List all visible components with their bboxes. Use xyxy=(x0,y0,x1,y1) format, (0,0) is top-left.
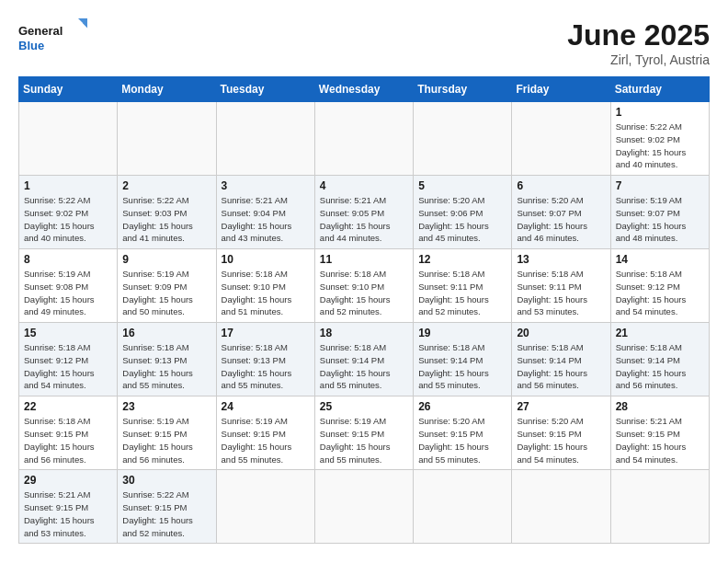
calendar-cell: 12Sunrise: 5:18 AMSunset: 9:11 PMDayligh… xyxy=(414,249,512,323)
location: Zirl, Tyrol, Austria xyxy=(567,52,710,67)
day-of-week-thursday: Thursday xyxy=(414,77,512,102)
calendar-cell: 28Sunrise: 5:21 AMSunset: 9:15 PMDayligh… xyxy=(610,396,709,470)
day-info: Sunrise: 5:22 AMSunset: 9:02 PMDaylight:… xyxy=(24,194,112,245)
calendar-cell: 23Sunrise: 5:19 AMSunset: 9:15 PMDayligh… xyxy=(118,396,216,470)
calendar-cell xyxy=(314,102,413,176)
calendar-cell xyxy=(216,470,314,544)
calendar-week-2: 1Sunrise: 5:22 AMSunset: 9:02 PMDaylight… xyxy=(19,176,710,249)
title-area: June 2025 Zirl, Tyrol, Austria xyxy=(567,18,710,67)
calendar-week-3: 8Sunrise: 5:19 AMSunset: 9:08 PMDaylight… xyxy=(19,249,710,323)
day-info: Sunrise: 5:19 AMSunset: 9:15 PMDaylight:… xyxy=(222,415,310,465)
calendar-week-1: 1Sunrise: 5:22 AMSunset: 9:02 PMDaylight… xyxy=(19,102,710,176)
day-info: Sunrise: 5:18 AMSunset: 9:13 PMDaylight:… xyxy=(122,341,210,392)
day-number: 2 xyxy=(122,179,210,192)
calendar-cell: 29Sunrise: 5:21 AMSunset: 9:15 PMDayligh… xyxy=(19,470,118,544)
calendar-cell: 17Sunrise: 5:18 AMSunset: 9:13 PMDayligh… xyxy=(216,323,314,396)
day-info: Sunrise: 5:21 AMSunset: 9:04 PMDaylight:… xyxy=(222,194,310,245)
calendar-cell: 20Sunrise: 5:18 AMSunset: 9:14 PMDayligh… xyxy=(512,323,610,396)
day-number: 24 xyxy=(222,400,310,413)
day-info: Sunrise: 5:18 AMSunset: 9:13 PMDaylight:… xyxy=(222,341,310,392)
calendar-cell: 1Sunrise: 5:22 AMSunset: 9:02 PMDaylight… xyxy=(610,102,709,176)
day-info: Sunrise: 5:18 AMSunset: 9:11 PMDaylight:… xyxy=(517,268,605,318)
day-info: Sunrise: 5:18 AMSunset: 9:15 PMDaylight:… xyxy=(24,415,112,465)
day-number: 1 xyxy=(616,106,704,119)
calendar-cell: 26Sunrise: 5:20 AMSunset: 9:15 PMDayligh… xyxy=(414,396,512,470)
day-number: 11 xyxy=(320,253,408,266)
day-number: 30 xyxy=(122,474,210,487)
day-info: Sunrise: 5:18 AMSunset: 9:11 PMDaylight:… xyxy=(418,268,506,318)
day-number: 20 xyxy=(517,327,605,339)
logo: General Blue xyxy=(18,18,92,60)
calendar-cell: 30Sunrise: 5:22 AMSunset: 9:15 PMDayligh… xyxy=(118,470,216,544)
calendar-cell xyxy=(414,470,512,544)
day-number: 18 xyxy=(320,327,408,339)
calendar-cell: 10Sunrise: 5:18 AMSunset: 9:10 PMDayligh… xyxy=(216,249,314,323)
day-info: Sunrise: 5:20 AMSunset: 9:07 PMDaylight:… xyxy=(517,194,605,245)
svg-marker-3 xyxy=(78,18,87,28)
day-number: 15 xyxy=(24,327,112,339)
day-info: Sunrise: 5:18 AMSunset: 9:10 PMDaylight:… xyxy=(222,268,310,318)
day-info: Sunrise: 5:19 AMSunset: 9:09 PMDaylight:… xyxy=(122,268,210,318)
day-info: Sunrise: 5:21 AMSunset: 9:15 PMDaylight:… xyxy=(24,488,112,539)
day-number: 6 xyxy=(517,179,605,192)
day-info: Sunrise: 5:22 AMSunset: 9:15 PMDaylight:… xyxy=(122,488,210,539)
day-info: Sunrise: 5:19 AMSunset: 9:15 PMDaylight:… xyxy=(320,415,408,465)
day-of-week-sunday: Sunday xyxy=(19,77,118,102)
day-number: 25 xyxy=(320,400,408,413)
calendar-cell: 4Sunrise: 5:21 AMSunset: 9:05 PMDaylight… xyxy=(314,176,413,249)
calendar-week-6: 29Sunrise: 5:21 AMSunset: 9:15 PMDayligh… xyxy=(19,470,710,544)
calendar-cell: 16Sunrise: 5:18 AMSunset: 9:13 PMDayligh… xyxy=(118,323,216,396)
calendar-cell: 8Sunrise: 5:19 AMSunset: 9:08 PMDaylight… xyxy=(19,249,118,323)
day-number: 22 xyxy=(24,400,112,413)
day-of-week-friday: Friday xyxy=(512,77,610,102)
calendar-week-4: 15Sunrise: 5:18 AMSunset: 9:12 PMDayligh… xyxy=(19,323,710,396)
svg-text:Blue: Blue xyxy=(18,39,44,52)
calendar-cell: 11Sunrise: 5:18 AMSunset: 9:10 PMDayligh… xyxy=(314,249,413,323)
calendar-cell xyxy=(512,470,610,544)
calendar-cell xyxy=(216,102,314,176)
day-info: Sunrise: 5:21 AMSunset: 9:05 PMDaylight:… xyxy=(320,194,408,245)
day-of-week-saturday: Saturday xyxy=(610,77,709,102)
svg-text:General: General xyxy=(18,24,63,38)
calendar-week-5: 22Sunrise: 5:18 AMSunset: 9:15 PMDayligh… xyxy=(19,396,710,470)
day-number: 5 xyxy=(418,179,506,192)
calendar-cell: 6Sunrise: 5:20 AMSunset: 9:07 PMDaylight… xyxy=(512,176,610,249)
day-number: 12 xyxy=(418,253,506,266)
calendar-cell xyxy=(610,470,709,544)
day-number: 21 xyxy=(616,327,704,339)
day-number: 7 xyxy=(616,179,704,192)
day-of-week-tuesday: Tuesday xyxy=(216,77,314,102)
calendar-cell xyxy=(512,102,610,176)
day-number: 27 xyxy=(517,400,605,413)
day-number: 9 xyxy=(122,253,210,266)
day-info: Sunrise: 5:20 AMSunset: 9:15 PMDaylight:… xyxy=(517,415,605,465)
calendar-cell: 7Sunrise: 5:19 AMSunset: 9:07 PMDaylight… xyxy=(610,176,709,249)
month-title: June 2025 xyxy=(567,18,710,52)
day-info: Sunrise: 5:18 AMSunset: 9:12 PMDaylight:… xyxy=(616,268,704,318)
day-number: 3 xyxy=(222,179,310,192)
calendar-cell: 25Sunrise: 5:19 AMSunset: 9:15 PMDayligh… xyxy=(314,396,413,470)
day-number: 26 xyxy=(418,400,506,413)
calendar-cell: 27Sunrise: 5:20 AMSunset: 9:15 PMDayligh… xyxy=(512,396,610,470)
day-info: Sunrise: 5:20 AMSunset: 9:15 PMDaylight:… xyxy=(418,415,506,465)
calendar-cell: 18Sunrise: 5:18 AMSunset: 9:14 PMDayligh… xyxy=(314,323,413,396)
page-header: General Blue June 2025 Zirl, Tyrol, Aust… xyxy=(18,18,710,67)
day-info: Sunrise: 5:22 AMSunset: 9:03 PMDaylight:… xyxy=(122,194,210,245)
day-of-week-wednesday: Wednesday xyxy=(314,77,413,102)
day-number: 8 xyxy=(24,253,112,266)
logo-svg: General Blue xyxy=(18,18,92,60)
day-info: Sunrise: 5:18 AMSunset: 9:14 PMDaylight:… xyxy=(517,341,605,392)
calendar-cell xyxy=(314,470,413,544)
day-info: Sunrise: 5:18 AMSunset: 9:14 PMDaylight:… xyxy=(418,341,506,392)
day-info: Sunrise: 5:21 AMSunset: 9:15 PMDaylight:… xyxy=(616,415,704,465)
calendar-cell: 15Sunrise: 5:18 AMSunset: 9:12 PMDayligh… xyxy=(19,323,118,396)
calendar-cell xyxy=(19,102,118,176)
day-number: 17 xyxy=(222,327,310,339)
day-info: Sunrise: 5:18 AMSunset: 9:12 PMDaylight:… xyxy=(24,341,112,392)
calendar-cell: 24Sunrise: 5:19 AMSunset: 9:15 PMDayligh… xyxy=(216,396,314,470)
calendar-cell: 19Sunrise: 5:18 AMSunset: 9:14 PMDayligh… xyxy=(414,323,512,396)
day-number: 1 xyxy=(24,179,112,192)
day-number: 14 xyxy=(616,253,704,266)
day-number: 19 xyxy=(418,327,506,339)
day-number: 16 xyxy=(122,327,210,339)
